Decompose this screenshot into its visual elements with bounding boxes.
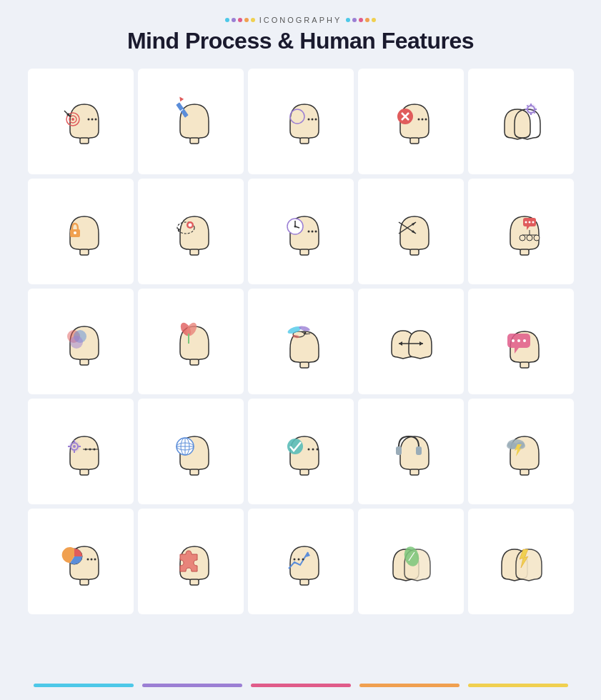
svg-rect-19: [410, 138, 419, 144]
icon-svg-20: [489, 419, 553, 484]
svg-rect-55: [520, 249, 529, 255]
icon-card-06: [28, 179, 134, 284]
svg-rect-103: [190, 469, 199, 475]
icon-svg-06: [49, 199, 113, 264]
svg-rect-85: [520, 362, 529, 368]
icon-card-08: [248, 179, 354, 284]
svg-rect-91: [80, 469, 89, 475]
icon-svg-12: [159, 309, 223, 374]
icon-card-02: [138, 69, 244, 174]
bar-orange: [359, 684, 460, 687]
svg-point-9: [94, 119, 96, 121]
icon-svg-14: [379, 309, 443, 374]
brand-label: ICONOGRAPHY: [225, 16, 377, 24]
page-header: ICONOGRAPHY Mind Process & Human Feature…: [127, 0, 474, 54]
icon-svg-03: [269, 89, 333, 154]
icon-svg-05: [489, 89, 553, 154]
svg-point-40: [188, 224, 192, 227]
svg-point-17: [311, 119, 313, 121]
svg-rect-10: [190, 138, 199, 144]
icon-card-23: [248, 509, 354, 614]
icon-svg-11: [49, 309, 113, 374]
svg-point-4: [71, 118, 74, 121]
svg-rect-128: [300, 579, 309, 585]
svg-point-16: [307, 119, 309, 121]
svg-point-24: [421, 119, 423, 121]
svg-point-89: [517, 339, 520, 342]
icon-card-25: [468, 509, 574, 614]
icon-svg-13: [269, 309, 333, 374]
svg-point-126: [94, 559, 96, 561]
svg-point-46: [294, 226, 296, 228]
svg-point-7: [87, 119, 89, 121]
svg-point-18: [314, 119, 317, 121]
svg-rect-50: [410, 249, 419, 255]
icon-svg-17: [159, 419, 223, 484]
icon-card-11: [28, 289, 134, 394]
dot-yellow: [251, 18, 255, 22]
icon-svg-23: [269, 529, 333, 594]
svg-rect-109: [300, 469, 309, 475]
svg-point-100: [84, 449, 86, 451]
icon-svg-22: [159, 529, 223, 594]
svg-rect-115: [396, 446, 402, 455]
svg-rect-14: [300, 138, 309, 144]
svg-rect-122: [80, 579, 89, 585]
icon-svg-24: [379, 529, 443, 594]
svg-point-102: [93, 449, 95, 451]
svg-rect-1: [80, 138, 89, 144]
icon-card-18: [248, 399, 354, 504]
svg-point-49: [314, 231, 317, 233]
svg-rect-37: [190, 249, 199, 255]
svg-point-119: [507, 442, 517, 449]
svg-point-59: [528, 221, 530, 224]
icon-svg-16: [49, 419, 113, 484]
bar-pink: [251, 684, 351, 687]
dot-purple: [232, 18, 236, 22]
svg-rect-42: [300, 249, 309, 255]
svg-point-111: [307, 449, 309, 451]
icon-card-01: [28, 69, 134, 174]
svg-point-110: [287, 439, 303, 454]
brand-dots: [225, 18, 255, 22]
svg-point-64: [527, 235, 532, 241]
icon-card-12: [138, 289, 244, 394]
dot-pink: [238, 18, 242, 22]
bar-purple: [142, 684, 242, 687]
svg-point-48: [311, 231, 313, 233]
svg-rect-117: [520, 469, 529, 475]
svg-point-132: [302, 559, 304, 561]
svg-point-131: [297, 559, 299, 561]
svg-point-88: [512, 339, 515, 342]
icon-svg-15: [489, 309, 553, 374]
bar-yellow: [468, 684, 568, 687]
icon-svg-04: [379, 89, 443, 154]
svg-point-65: [534, 235, 540, 241]
icon-svg-18: [269, 419, 333, 484]
svg-point-125: [90, 559, 92, 561]
svg-point-36: [74, 231, 76, 234]
bottom-color-bars: [29, 684, 572, 687]
dot-cyan: [225, 18, 229, 22]
bar-cyan: [34, 684, 134, 687]
svg-rect-127: [190, 579, 199, 585]
icon-svg-07: [159, 199, 223, 264]
icon-grid: [21, 61, 581, 621]
brand-dots-right: [346, 18, 376, 22]
icon-card-04: [358, 69, 464, 174]
icon-card-05: [468, 69, 574, 174]
page-title: Mind Process & Human Features: [127, 27, 474, 54]
svg-rect-72: [190, 359, 199, 365]
svg-point-124: [86, 559, 89, 561]
svg-point-81: [304, 332, 306, 334]
svg-point-113: [316, 449, 318, 451]
svg-rect-34: [80, 249, 89, 255]
icon-svg-21: [49, 529, 113, 594]
svg-rect-68: [80, 359, 89, 365]
svg-point-8: [91, 119, 93, 121]
icon-svg-10: [489, 199, 553, 264]
svg-point-90: [523, 339, 526, 342]
icon-svg-25: [489, 529, 553, 594]
svg-rect-114: [410, 469, 419, 475]
svg-point-71: [70, 336, 83, 349]
